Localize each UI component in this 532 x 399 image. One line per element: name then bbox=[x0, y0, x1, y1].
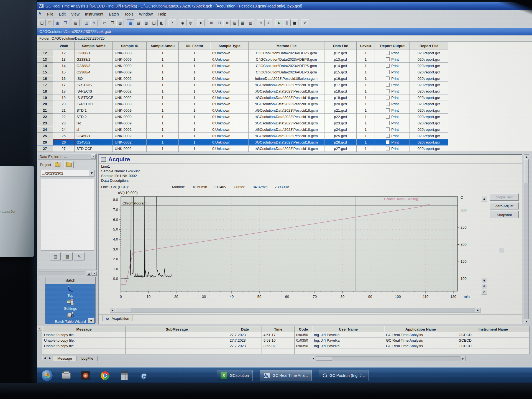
ascii-view-icon[interactable]: ▤ bbox=[135, 19, 142, 26]
table-cell[interactable]: p12.gcd bbox=[324, 50, 357, 56]
scroll-up-icon[interactable]: ▲ bbox=[524, 155, 529, 159]
table-cell[interactable]: G2388/2 bbox=[75, 56, 113, 63]
scale-up-icon[interactable]: ▲ bbox=[481, 196, 487, 201]
chevron-down-icon[interactable]: ▼ bbox=[89, 170, 94, 176]
report-output-cell[interactable]: Print bbox=[375, 139, 410, 145]
table-cell[interactable]: 0:Unknown bbox=[210, 139, 249, 145]
table-cell[interactable]: 1 bbox=[357, 63, 375, 69]
scroll-left-icon[interactable]: ◀ bbox=[311, 356, 316, 361]
column-header[interactable]: User Name bbox=[312, 326, 384, 332]
table-cell[interactable]: 020\report.gcr bbox=[410, 133, 448, 139]
start-run-icon[interactable]: ▶ bbox=[275, 19, 283, 26]
row-insert-icon[interactable]: ⊞ bbox=[208, 19, 215, 26]
close-icon[interactable]: ✕ bbox=[37, 326, 42, 331]
save-file-icon[interactable]: ▣ bbox=[54, 19, 61, 26]
table-cell[interactable]: UNK-0002 bbox=[113, 133, 147, 139]
table-cell[interactable]: 020\report.gcr bbox=[410, 120, 448, 126]
table-cell[interactable]: 020\report.gcr bbox=[410, 88, 448, 94]
report-output-cell[interactable]: Print bbox=[375, 145, 410, 152]
column-header[interactable]: Report File bbox=[410, 42, 448, 50]
table-cell[interactable]: 0:Unknown bbox=[210, 133, 249, 139]
table-cell[interactable]: p14.gcd bbox=[324, 63, 357, 69]
stop-run-icon[interactable]: ■ bbox=[291, 19, 298, 26]
table-cell[interactable]: 27 bbox=[37, 145, 53, 152]
table-cell[interactable]: lution\Data\2023\Pesticid18kolona.gcm bbox=[249, 75, 324, 82]
print-icon[interactable]: ▤ bbox=[72, 19, 80, 26]
table-cell[interactable]: iso bbox=[75, 120, 113, 126]
table-cell[interactable]: G2450/2 bbox=[75, 139, 113, 145]
print-checkbox[interactable] bbox=[386, 121, 390, 125]
report-output-cell[interactable]: Print bbox=[375, 82, 410, 88]
table-cell[interactable]: STD 2 bbox=[75, 114, 113, 120]
zero-adjust-button[interactable]: Zero Adjust bbox=[490, 202, 519, 209]
print-checkbox[interactable] bbox=[386, 102, 390, 106]
table-cell[interactable]: 1 bbox=[179, 63, 210, 69]
table-cell[interactable]: UNK-0009 bbox=[113, 69, 147, 75]
table-cell[interactable]: 1 bbox=[179, 133, 210, 139]
tab-data-files[interactable]: ▦ bbox=[62, 252, 73, 260]
start-button[interactable] bbox=[41, 370, 53, 381]
table-cell[interactable]: 12 bbox=[37, 50, 53, 56]
table-cell[interactable]: 1 bbox=[179, 88, 210, 94]
table-cell[interactable]: G2388/3 bbox=[75, 63, 113, 69]
column-header[interactable]: Sample Amou bbox=[147, 42, 179, 50]
table-cell[interactable]: 1 bbox=[357, 114, 375, 120]
table-cell[interactable]: G2450/1 bbox=[75, 133, 113, 139]
column-header[interactable]: Date bbox=[228, 326, 262, 332]
print-checkbox[interactable] bbox=[386, 147, 390, 150]
table-cell[interactable]: 13 bbox=[53, 56, 75, 63]
table-cell[interactable]: 020\report.gcr bbox=[410, 75, 448, 82]
menu-help[interactable]: Help bbox=[155, 11, 169, 17]
data-explorer-titlebar[interactable]: Data Explorer -... ✕ bbox=[38, 154, 96, 160]
open-project-button[interactable] bbox=[53, 161, 62, 168]
table-row[interactable]: 1616ISOUNK-0002110:Unknownlution\Data\20… bbox=[37, 75, 532, 82]
column-header[interactable]: SubMessage bbox=[126, 326, 228, 332]
report-output-cell[interactable]: Print bbox=[375, 56, 410, 63]
table-cell[interactable]: 16 bbox=[37, 75, 53, 82]
table-cell[interactable]: 1 bbox=[179, 75, 210, 82]
table-cell[interactable]: 0:Unknown bbox=[210, 101, 249, 107]
system-monitor-icon[interactable]: ◎ bbox=[187, 19, 194, 26]
table-cell[interactable]: 16 bbox=[53, 75, 75, 82]
table-cell[interactable]: 20 bbox=[37, 101, 53, 107]
print-checkbox[interactable] bbox=[386, 140, 390, 144]
table-cell[interactable]: 1 bbox=[357, 94, 375, 101]
report-output-cell[interactable]: Print bbox=[375, 75, 410, 82]
table-cell[interactable]: 0:Unknown bbox=[210, 145, 249, 152]
scrollbar-thumb[interactable] bbox=[524, 159, 528, 183]
table-row[interactable]: 1414G2388/3UNK-0009110:UnknownC:\GCsolut… bbox=[37, 63, 532, 69]
table-cell[interactable]: 1 bbox=[357, 88, 375, 94]
table-cell[interactable]: UNK-0002 bbox=[113, 145, 147, 152]
menu-tools[interactable]: Tools bbox=[122, 11, 136, 17]
print-checkbox[interactable] bbox=[386, 127, 390, 131]
table-cell[interactable]: UNK-0009 bbox=[113, 63, 147, 69]
message-row[interactable]: Unable to copy file.27.7.20234:51:170x03… bbox=[42, 332, 530, 338]
print-checkbox[interactable] bbox=[386, 57, 390, 61]
table-cell[interactable]: 12 bbox=[53, 50, 75, 56]
table-cell[interactable]: 25 bbox=[37, 133, 53, 139]
table-cell[interactable]: 13 bbox=[37, 56, 53, 63]
table-cell[interactable]: 1 bbox=[179, 69, 210, 75]
report-output-cell[interactable]: Print bbox=[375, 126, 410, 133]
open-file-icon[interactable]: ❏ bbox=[46, 19, 53, 26]
table-cell[interactable]: C:\GCsolution\Data\2023\ADEPS.gcm bbox=[249, 63, 324, 69]
table-cell[interactable]: :\GCsolution\Data\2023\Pesticid18.gcm bbox=[249, 94, 324, 101]
column-header[interactable]: Vial# bbox=[53, 42, 75, 50]
table-cell[interactable]: 020\report.gcr bbox=[410, 139, 448, 145]
table-cell[interactable]: p26.gcd bbox=[324, 139, 357, 145]
table-cell[interactable]: :\GCsolution\Data\2023\Pesticid18.gcm bbox=[249, 114, 324, 120]
table-cell[interactable]: 1 bbox=[357, 145, 375, 152]
table-cell[interactable]: UNK-0002 bbox=[113, 82, 147, 88]
table-cell[interactable]: C:\GCsolution\Data\2023\ADEPS.gcm bbox=[249, 50, 324, 56]
table-cell[interactable]: 1 bbox=[179, 107, 210, 114]
time-scrollbar[interactable]: ◀ ▶ bbox=[110, 308, 480, 313]
table-cell[interactable]: IS-RECIS bbox=[75, 88, 113, 94]
table-cell[interactable]: 1 bbox=[357, 56, 375, 63]
table-cell[interactable]: 17 bbox=[53, 82, 75, 88]
table-cell[interactable]: 020\report.gcr bbox=[410, 126, 448, 133]
scrollbar-track[interactable] bbox=[115, 308, 475, 313]
table-cell[interactable]: C:\GCsolution\Data\2023\ADEPS.gcm bbox=[249, 56, 324, 63]
slope-test-button[interactable]: Slope Test bbox=[490, 193, 519, 201]
collapse-up-icon[interactable]: ▲ bbox=[87, 271, 91, 276]
report-output-cell[interactable]: Print bbox=[375, 69, 410, 75]
